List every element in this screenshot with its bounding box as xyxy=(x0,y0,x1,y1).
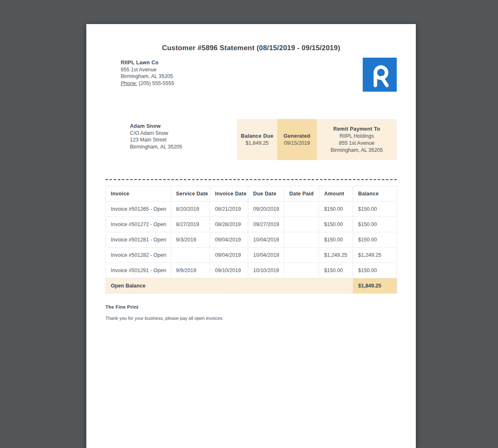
balance-summary-box: Balance Due $1,849.25 Generated 09/15/20… xyxy=(237,119,397,160)
cell-date-paid xyxy=(284,232,319,248)
col-header-due-date: Due Date xyxy=(248,186,284,202)
cell-balance: $1,249.25 xyxy=(353,248,397,263)
customer-street: 123 Main Street xyxy=(130,136,182,144)
cell-invoice: Invoice #501265 - Open xyxy=(106,202,171,217)
balance-due-cell: Balance Due $1,849.25 xyxy=(237,119,277,160)
col-header-amount: Amount xyxy=(319,186,353,202)
customer-address-block: Adam Snow C/O Adam Snow 123 Main Street … xyxy=(130,123,182,150)
cell-balance: $150.00 xyxy=(353,202,397,217)
balance-due-value: $1,849.25 xyxy=(237,140,277,147)
cell-amount: $150.00 xyxy=(319,217,353,232)
cell-date-paid xyxy=(284,263,319,278)
cell-invoice-date: 08/21/2019 xyxy=(210,202,248,217)
cell-date-paid xyxy=(284,202,319,217)
cell-invoice-date: 09/10/2019 xyxy=(210,263,248,278)
cell-service-date: 9/3/2019 xyxy=(171,232,210,248)
cell-balance: $150.00 xyxy=(353,232,397,248)
customer-city: Birmingham, AL 35205 xyxy=(130,144,182,151)
cell-amount: $150.00 xyxy=(319,232,353,248)
table-row: Invoice #501281 - Open 9/3/2019 09/04/20… xyxy=(106,232,397,248)
company-street: 855 1st Avenue xyxy=(121,66,174,73)
col-header-balance: Balance xyxy=(353,186,397,202)
cell-invoice: Invoice #501281 - Open xyxy=(106,232,171,248)
cell-service-date xyxy=(171,248,210,263)
cell-service-date: 8/20/2019 xyxy=(171,202,210,217)
cell-invoice-date: 09/04/2019 xyxy=(210,248,248,263)
cell-service-date: 8/27/2019 xyxy=(171,217,210,232)
table-row: Invoice #501272 - Open 8/27/2019 08/28/2… xyxy=(106,217,397,232)
cell-due-date: 10/04/2019 xyxy=(248,232,284,248)
cell-service-date: 9/9/2019 xyxy=(171,263,210,278)
col-header-date-paid: Date Paid xyxy=(284,186,319,202)
cell-invoice: Invoice #501282 - Open xyxy=(106,248,171,263)
company-header-row: RIIPL Lawn Co 855 1st Avenue Birmingham,… xyxy=(105,59,397,92)
customer-care-of: C/O Adam Snow xyxy=(130,130,182,137)
cell-amount: $150.00 xyxy=(319,263,353,278)
cell-invoice: Invoice #501291 - Open xyxy=(106,263,171,278)
remit-city: Birmingham, AL 35205 xyxy=(317,147,397,154)
col-header-service-date: Service Date xyxy=(171,186,210,202)
generated-cell: Generated 09/15/2019 xyxy=(277,119,317,160)
billing-info-row: Adam Snow C/O Adam Snow 123 Main Street … xyxy=(105,119,397,160)
cell-due-date: 10/10/2019 xyxy=(248,263,284,278)
invoice-table: Invoice Service Date Invoice Date Due Da… xyxy=(105,186,397,294)
r-lettermark-icon xyxy=(363,58,397,92)
generated-label: Generated xyxy=(277,133,317,140)
statement-page: Customer #5896 Statement (08/15/2019 - 0… xyxy=(86,24,416,448)
open-balance-row: Open Balance $1,849.25 xyxy=(106,278,397,294)
remit-street: 855 1st Avenue xyxy=(317,140,397,147)
fine-print-body: Thank you for your business, please pay … xyxy=(105,316,397,321)
generated-value: 09/15/2019 xyxy=(277,140,317,147)
phone-label: Phone: xyxy=(121,80,137,86)
open-balance-value: $1,849.25 xyxy=(353,278,397,294)
table-row: Invoice #501291 - Open 9/9/2019 09/10/20… xyxy=(106,263,397,278)
cell-due-date: 09/20/2019 xyxy=(248,202,284,217)
cell-invoice-date: 08/28/2019 xyxy=(210,217,248,232)
fine-print-heading: The Fine Print xyxy=(105,304,397,309)
cell-due-date: 10/04/2019 xyxy=(248,248,284,263)
viewer-backdrop: Customer #5896 Statement (08/15/2019 - 0… xyxy=(0,0,498,448)
company-logo xyxy=(363,58,397,92)
page-title: Customer #5896 Statement (08/15/2019 - 0… xyxy=(105,24,397,52)
company-address-block: RIIPL Lawn Co 855 1st Avenue Birmingham,… xyxy=(121,59,174,87)
col-header-invoice-date: Invoice Date xyxy=(210,186,248,202)
cell-date-paid xyxy=(284,217,319,232)
cell-amount: $150.00 xyxy=(319,202,353,217)
company-phone-line: Phone: (205) 555-5555 xyxy=(121,80,174,87)
cell-date-paid xyxy=(284,248,319,263)
cell-due-date: 09/27/2019 xyxy=(248,217,284,232)
table-row: Invoice #501282 - Open 09/04/2019 10/04/… xyxy=(106,248,397,263)
table-header-row: Invoice Service Date Invoice Date Due Da… xyxy=(106,186,397,202)
company-city: Birmingham, AL 35205 xyxy=(121,73,174,80)
balance-due-label: Balance Due xyxy=(237,133,277,140)
cell-invoice-date: 09/04/2019 xyxy=(210,232,248,248)
table-row: Invoice #501265 - Open 8/20/2019 08/21/2… xyxy=(106,202,397,217)
cell-balance: $150.00 xyxy=(353,217,397,232)
cell-amount: $1,249.25 xyxy=(319,248,353,263)
cell-invoice: Invoice #501272 - Open xyxy=(106,217,171,232)
remit-payment-cell: Remit Payment To RIIPL Holdings 855 1st … xyxy=(317,119,397,160)
dotted-divider xyxy=(105,179,397,180)
cell-balance: $150.00 xyxy=(353,263,397,278)
remit-label: Remit Payment To xyxy=(317,126,397,133)
company-name: RIIPL Lawn Co xyxy=(121,59,174,66)
remit-name: RIIPL Holdings xyxy=(317,133,397,140)
col-header-invoice: Invoice xyxy=(106,186,171,202)
open-balance-label: Open Balance xyxy=(106,278,353,294)
phone-number: (205) 555-5555 xyxy=(139,80,174,86)
customer-name: Adam Snow xyxy=(130,123,182,130)
